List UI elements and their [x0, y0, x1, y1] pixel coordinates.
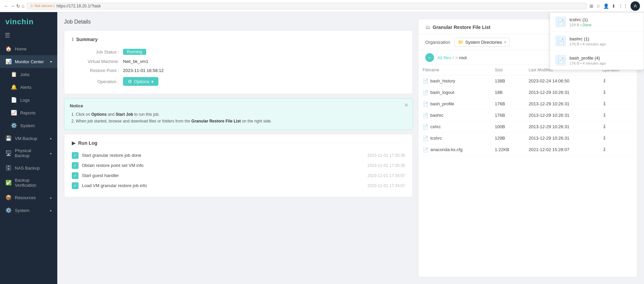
sidebar-item-backup-verification[interactable]: ✅ Backup Verification — [0, 174, 57, 191]
extensions-icon[interactable]: ⊞ — [589, 3, 593, 9]
start-job-highlight: Start Job — [116, 112, 133, 117]
org-folder-icon: 📁 — [458, 40, 463, 45]
forward-arrow[interactable]: → — [10, 3, 15, 9]
file-icon: 📄 — [423, 113, 428, 118]
grid-icon[interactable]: ⋮⋮ — [618, 3, 628, 9]
download-button[interactable]: ⬇ — [602, 90, 607, 95]
job-status-row: Job Status : Running — [72, 47, 405, 57]
sidebar-item-vm-backup[interactable]: 💾 VM Backup ▸ — [0, 132, 57, 145]
file-modified: 2013-12-29 10:26:31 — [525, 121, 598, 133]
sidebar-item-system[interactable]: ⚙️ System — [0, 119, 57, 132]
topbar: ← → ↻ ⌂ ⚠ Not secure | https://172.18.20… — [0, 0, 644, 12]
table-row: 📄 bash_logout 18B 2013-12-29 10:26:31 ⬇ — [419, 87, 637, 98]
file-name-cell: 📄 bash_history — [419, 75, 491, 87]
log-item: ✓ Start guest handler 2023-11-01 17:34:0… — [72, 171, 405, 181]
notice-item-1: Click on Options and Start Job to run th… — [76, 111, 407, 118]
summary-header: ℹ Summary — [72, 37, 405, 42]
file-modified: 2013-12-29 10:26:31 — [525, 98, 598, 110]
file-size: 176B — [491, 98, 524, 110]
file-icon: 📄 — [423, 101, 428, 107]
file-name: cshrc — [430, 124, 441, 129]
monitor-center-icon: 📊 — [5, 59, 11, 65]
notice-list: Click on Options and Start Job to run th… — [70, 111, 407, 125]
dl-meta: 176 B • 4 minutes ago — [570, 42, 638, 46]
vm-label: Virtual Machine: — [72, 59, 119, 64]
dl-info: bash_profile (4) 176 B • 4 minutes ago — [570, 56, 638, 65]
sidebar-item-logs[interactable]: 📄 Logs — [0, 94, 57, 106]
download-button[interactable]: ⬇ — [602, 147, 607, 152]
sidebar-item-physical-backup[interactable]: 🖥️ Physical Backup ▸ — [0, 145, 57, 162]
logo-chin: chin — [17, 17, 34, 26]
file-icon: 📄 — [423, 147, 428, 152]
file-name-cell: 📄 bash_profile — [419, 98, 491, 110]
run-log-header: ▶ Run Log — [72, 140, 405, 146]
file-modified: 2013-12-29 10:26:31 — [525, 110, 598, 121]
download-manager-icon[interactable]: ⬇ — [612, 3, 616, 9]
resources-icon: 📦 — [5, 194, 11, 201]
sidebar-label-nas-backup: NAS Backup — [15, 166, 40, 171]
sidebar-label-logs: Logs — [20, 98, 30, 103]
sidebar-label-backup-verification: Backup Verification — [15, 178, 52, 188]
log-time: 2023-11-01 17:34:07 — [368, 173, 405, 178]
file-modified: 2021-12-02 15:28:07 — [525, 144, 598, 155]
file-name-cell: 📄 bashrc — [419, 110, 491, 121]
file-size: 1.22KB — [491, 144, 524, 155]
download-button[interactable]: ⬇ — [602, 112, 607, 118]
star-icon[interactable]: ☆ — [596, 3, 601, 9]
vm-backup-icon: 💾 — [5, 135, 11, 141]
sidebar-item-monitor-center[interactable]: 📊 Monitor Center ▾ — [0, 55, 57, 68]
restore-label: Restore Point : — [72, 68, 119, 73]
sidebar-item-jobs[interactable]: 📋 Jobs — [0, 68, 57, 81]
sidebar-label-physical-backup: Physical Backup — [15, 148, 47, 158]
dl-meta: 129 B • Done — [570, 23, 638, 27]
log-item: ✓ Load VM granular restore job info 2023… — [72, 181, 405, 191]
sidebar-item-alerts[interactable]: 🔔 Alerts — [0, 81, 57, 94]
download-popup-item: 📄 tcshrc (1) 129 B • Done — [550, 12, 644, 32]
download-button[interactable]: ⬇ — [602, 101, 607, 107]
sidebar-label-system: System — [20, 123, 35, 128]
logo-vin: vin — [5, 17, 17, 26]
download-button[interactable]: ⬇ — [602, 135, 607, 141]
options-label: Options — [134, 79, 149, 84]
sidebar-label-jobs: Jobs — [20, 72, 29, 77]
notice-box: Notice ✕ Click on Options and Start Job … — [64, 98, 413, 130]
page-title: Job Details — [64, 19, 413, 25]
home-nav[interactable]: ⌂ — [22, 3, 24, 9]
log-time: 2023-11-01 17:35:36 — [368, 153, 405, 158]
notice-close-button[interactable]: ✕ — [404, 102, 408, 108]
sidebar-item-reports[interactable]: 📈 Reports — [0, 106, 57, 119]
dl-file-icon: 📄 — [555, 55, 566, 66]
user-avatar[interactable]: A — [631, 1, 640, 11]
reload-btn[interactable]: ↻ — [16, 3, 20, 9]
log-check-icon: ✓ — [72, 152, 79, 159]
operation-label: Operation : — [72, 79, 119, 84]
back-arrow[interactable]: ← — [4, 3, 9, 9]
profile-icon[interactable]: 👤 — [603, 3, 609, 9]
sidebar-label-system2: System — [15, 208, 29, 213]
table-row: 📄 bashrc 176B 2013-12-29 10:26:31 ⬇ — [419, 110, 637, 121]
url-bar[interactable]: ⚠ Not secure | https://172.18.20.1/?task — [27, 3, 587, 9]
run-log-icon: ▶ — [72, 140, 75, 146]
org-select-dropdown[interactable]: 📁 System Directories ▾ — [454, 38, 510, 47]
menu-toggle[interactable]: ☰ — [0, 30, 57, 42]
file-modified: 2023-02-24 14:06:50 — [525, 75, 598, 87]
download-button[interactable]: ⬇ — [602, 124, 607, 130]
breadcrumb-back-button[interactable]: ← — [425, 53, 434, 62]
breadcrumb-all-files[interactable]: All files — [437, 55, 451, 60]
sidebar-item-home[interactable]: 🏠 Home — [0, 42, 57, 55]
nav-arrows: ← → ↻ ⌂ — [4, 3, 24, 9]
sidebar-label-resources: Resources — [15, 195, 36, 200]
notice-item-2: When job started, browse and download fi… — [76, 118, 407, 125]
file-icon: 📄 — [423, 136, 428, 141]
file-name: tcshrc — [430, 136, 442, 141]
dl-info: tcshrc (1) 129 B • Done — [570, 17, 638, 27]
sidebar-item-system2[interactable]: ⚙️ System ▸ — [0, 204, 57, 217]
download-button[interactable]: ⬇ — [602, 78, 607, 84]
options-button[interactable]: ⚙ Options ▾ — [123, 77, 158, 86]
dl-info: bashrc (1) 176 B • 4 minutes ago — [570, 36, 638, 46]
sidebar-item-nas-backup[interactable]: 🗄️ NAS Backup — [0, 162, 57, 174]
sidebar-item-resources[interactable]: 📦 Resources ▸ — [0, 191, 57, 204]
logs-icon: 📄 — [11, 97, 17, 103]
log-check-icon: ✓ — [72, 172, 79, 179]
file-table: Filename Size Last Modified Operation 📄 … — [419, 65, 637, 277]
